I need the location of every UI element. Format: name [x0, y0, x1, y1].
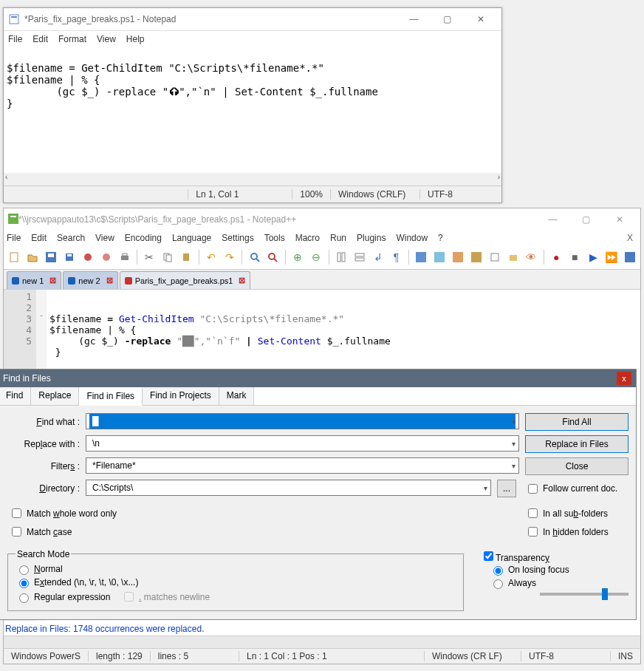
close-button[interactable]: ✕: [603, 208, 636, 231]
menu-help[interactable]: Help: [126, 34, 145, 44]
replace-with-input[interactable]: [89, 436, 515, 451]
menu-language[interactable]: Language: [172, 233, 211, 243]
npp-titlebar[interactable]: *\\jrscwpappauto13\c$\Scripts\Paris_fix_…: [4, 208, 640, 231]
tab-mark[interactable]: Mark: [219, 387, 255, 405]
menu-help[interactable]: ?: [438, 233, 443, 243]
menu-edit[interactable]: Edit: [31, 233, 47, 243]
save-macro-icon[interactable]: [622, 249, 637, 265]
scrollbar-horizontal[interactable]: ‹›: [4, 173, 501, 185]
menu-run[interactable]: Run: [330, 233, 346, 243]
find-all-button[interactable]: Find All: [525, 413, 628, 431]
match-case-checkbox[interactable]: [12, 527, 21, 537]
on-losing-focus-radio[interactable]: [493, 566, 503, 576]
transparency-checkbox[interactable]: [484, 551, 493, 561]
menu-macro[interactable]: Macro: [295, 233, 320, 243]
monitor-icon[interactable]: 👁: [524, 249, 539, 265]
menu-search[interactable]: Search: [57, 233, 85, 243]
dropdown-icon[interactable]: ▾: [512, 462, 515, 470]
minimize-button[interactable]: —: [397, 8, 431, 30]
invisible-icon[interactable]: ¶: [388, 249, 404, 265]
dialog-titlebar[interactable]: Find in Files x: [0, 369, 636, 387]
toolbar-collapse-x[interactable]: X: [627, 233, 637, 243]
undo-icon[interactable]: ↶: [204, 249, 219, 265]
wrap-icon[interactable]: ↲: [370, 249, 386, 265]
record-macro-icon[interactable]: ●: [549, 249, 564, 265]
close-all-icon[interactable]: [98, 249, 114, 265]
status-insmode[interactable]: INS: [610, 651, 640, 661]
menu-view[interactable]: View: [97, 34, 116, 44]
close-icon[interactable]: ⊠: [106, 276, 113, 285]
tab-replace[interactable]: Replace: [31, 387, 79, 405]
browse-button[interactable]: ...: [497, 480, 516, 497]
dropdown-icon[interactable]: ▾: [512, 418, 515, 426]
close-file-icon[interactable]: [80, 249, 95, 265]
directory-input[interactable]: [89, 480, 487, 495]
menu-tools[interactable]: Tools: [264, 233, 285, 243]
zoom-out-icon[interactable]: ⊖: [309, 249, 324, 265]
zoom-in-icon[interactable]: ⊕: [290, 249, 306, 265]
replace-icon[interactable]: [265, 249, 281, 265]
tab-find-in-files[interactable]: Find in Files: [79, 388, 143, 406]
subfolders-checkbox[interactable]: [528, 508, 538, 518]
close-button-form[interactable]: Close: [525, 457, 628, 475]
replace-in-files-button[interactable]: Replace in Files: [525, 435, 628, 453]
folder-ws-icon[interactable]: [505, 249, 521, 265]
tab-find-in-projects[interactable]: Find in Projects: [143, 387, 219, 405]
new-file-icon[interactable]: [7, 249, 22, 265]
slider-thumb[interactable]: [602, 588, 608, 600]
cut-icon[interactable]: ✂: [142, 249, 157, 265]
maximize-button[interactable]: ▢: [569, 208, 603, 231]
tab-paris-script[interactable]: Paris_fix_page_breaks.ps1 ⊠: [120, 271, 251, 289]
regex-radio[interactable]: [19, 593, 29, 603]
menu-plugins[interactable]: Plugins: [357, 233, 386, 243]
stop-macro-icon[interactable]: ■: [567, 249, 583, 265]
menu-settings[interactable]: Settings: [222, 233, 253, 243]
maximize-button[interactable]: ▢: [431, 8, 464, 30]
normal-radio[interactable]: [19, 565, 29, 575]
find-icon[interactable]: [247, 249, 262, 265]
tab-find[interactable]: Find: [0, 387, 31, 405]
notepad-titlebar[interactable]: *Paris_fix_page_breaks.ps1 - Notepad — ▢…: [4, 8, 501, 31]
extended-radio[interactable]: [19, 579, 29, 588]
whole-word-checkbox[interactable]: [12, 508, 21, 518]
open-file-icon[interactable]: [25, 249, 41, 265]
dropdown-icon[interactable]: ▾: [512, 440, 515, 448]
doc-list-icon[interactable]: [468, 249, 484, 265]
redo-icon[interactable]: ↷: [222, 249, 237, 265]
close-icon[interactable]: ⊠: [49, 276, 56, 285]
menu-edit[interactable]: Edit: [32, 34, 48, 44]
play-macro-icon[interactable]: ▶: [586, 249, 601, 265]
minimize-button[interactable]: —: [536, 208, 569, 231]
paste-icon[interactable]: [179, 249, 194, 265]
print-icon[interactable]: [117, 249, 132, 265]
find-what-input[interactable]: [89, 414, 515, 429]
doc-map-icon[interactable]: [451, 249, 466, 265]
func-list-icon[interactable]: [487, 249, 502, 265]
transparency-slider[interactable]: [540, 593, 628, 596]
save-icon[interactable]: [44, 249, 59, 265]
menu-format[interactable]: Format: [58, 34, 86, 44]
menu-encoding[interactable]: Encoding: [125, 233, 162, 243]
sync-h-icon[interactable]: [352, 249, 367, 265]
menu-file[interactable]: File: [8, 34, 22, 44]
save-all-icon[interactable]: [62, 249, 78, 265]
menu-window[interactable]: Window: [396, 233, 428, 243]
always-radio[interactable]: [493, 579, 503, 589]
close-icon[interactable]: ⊠: [239, 276, 245, 285]
notepad-editor[interactable]: $filename = Get-ChildItem "C:\Scripts\*f…: [4, 47, 501, 173]
menu-file[interactable]: File: [7, 233, 21, 243]
tab-new1[interactable]: new 1 ⊠: [7, 271, 61, 289]
filters-input[interactable]: [89, 458, 515, 473]
follow-current-checkbox[interactable]: [528, 484, 538, 494]
tab-new2[interactable]: new 2 ⊠: [63, 271, 117, 289]
sync-v-icon[interactable]: [334, 249, 349, 265]
copy-icon[interactable]: [160, 249, 176, 265]
menu-view[interactable]: View: [95, 233, 114, 243]
play-multi-icon[interactable]: ⏩: [603, 249, 619, 265]
udl-icon[interactable]: [432, 249, 448, 265]
indent-guide-icon[interactable]: [414, 249, 429, 265]
hidden-folders-checkbox[interactable]: [528, 527, 538, 537]
close-button[interactable]: ✕: [464, 8, 497, 30]
scrollbar-horizontal[interactable]: [4, 636, 640, 648]
close-button[interactable]: x: [617, 372, 631, 385]
